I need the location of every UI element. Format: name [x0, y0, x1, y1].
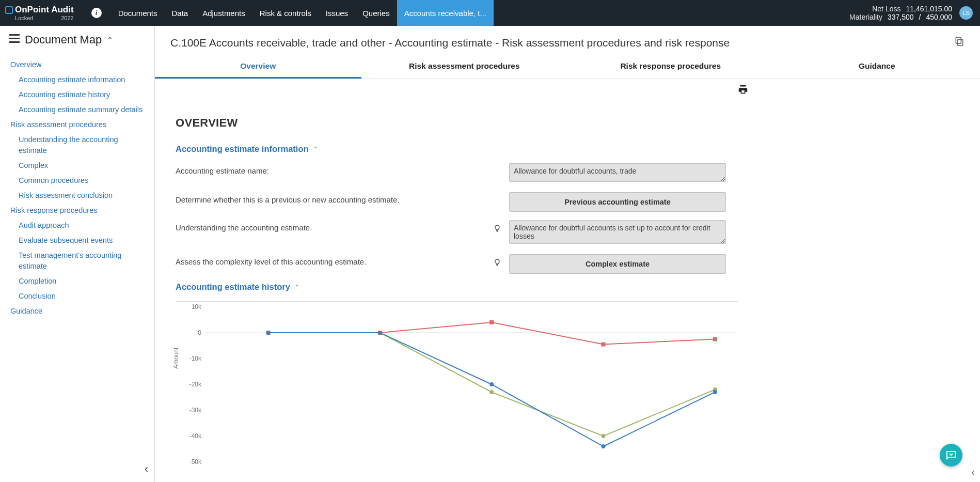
sidebar-item-accounting-estimate-history[interactable]: Accounting estimate history [0, 87, 154, 102]
tab-risk-response-procedures[interactable]: Risk response procedures [567, 55, 774, 79]
section-estimate-history[interactable]: Accounting estimate history ⌃ [176, 282, 909, 292]
sidebar-item-audit-approach[interactable]: Audit approach [0, 218, 154, 233]
nav-risk-controls[interactable]: Risk & controls [252, 0, 319, 26]
nav-issues[interactable]: Issues [319, 0, 355, 26]
section-title: Accounting estimate history [176, 282, 290, 292]
select-complexity[interactable]: Complex estimate [509, 254, 726, 274]
svg-rect-3 [9, 34, 11, 36]
collapse-sidebar-icon[interactable]: ‹ [145, 462, 148, 476]
document-map-title: Document Map [25, 33, 102, 46]
sidebar-item-accounting-estimate-information[interactable]: Accounting estimate information [0, 72, 154, 87]
nav-accounts-receivable-t-[interactable]: Accounts receivable, t... [397, 0, 494, 26]
tab-overview[interactable]: Overview [155, 55, 361, 79]
tab-risk-assessment-procedures[interactable]: Risk assessment procedures [361, 55, 568, 79]
metric-netloss-value: 11,461,015.00 [906, 5, 952, 13]
content-tabs: OverviewRisk assessment proceduresRisk r… [155, 55, 980, 79]
svg-rect-2 [9, 41, 20, 43]
y-tick: -40k [176, 432, 201, 440]
label-prev-or-new: Determine whether this is a previous or … [176, 192, 485, 204]
main-panel: C.100E Accounts receivable, trade and ot… [155, 26, 980, 482]
sidebar-item-guidance[interactable]: Guidance [0, 304, 154, 319]
svg-point-14 [489, 390, 494, 394]
copy-icon[interactable] [954, 36, 965, 49]
sidebar-item-understanding-the-accounting-estimate[interactable]: Understanding the accounting estimate [0, 132, 154, 158]
sidebar-item-risk-response-procedures[interactable]: Risk response procedures [0, 203, 154, 218]
nav-adjustments[interactable]: Adjustments [195, 0, 252, 26]
svg-rect-9 [489, 320, 494, 324]
y-tick: -50k [176, 458, 201, 465]
top-nav: DocumentsDataAdjustmentsRisk & controlsI… [111, 0, 494, 26]
sidebar-item-conclusion[interactable]: Conclusion [0, 289, 154, 304]
metric-materiality-label: Materiality [849, 13, 882, 21]
svg-rect-1 [9, 38, 20, 39]
label-understanding: Understanding the accounting estimate. [176, 220, 485, 232]
page-title: C.100E Accounts receivable, trade and ot… [170, 37, 730, 49]
section-estimate-info[interactable]: Accounting estimate information ⌃ [176, 144, 909, 154]
label-estimate-name: Accounting estimate name: [176, 163, 485, 175]
chevron-up-icon: ⌃ [294, 284, 299, 291]
svg-point-15 [602, 434, 606, 438]
sidebar-item-risk-assessment-conclusion[interactable]: Risk assessment conclusion [0, 188, 154, 203]
brand-logo-icon [5, 6, 13, 14]
y-tick: 0 [176, 329, 201, 336]
sidebar-item-risk-assessment-procedures[interactable]: Risk assessment procedures [0, 117, 154, 132]
sidebar: Document Map ⌃ OverviewAccounting estima… [0, 26, 155, 482]
y-tick: -30k [176, 407, 201, 414]
metric-materiality-sep: / [919, 13, 921, 21]
top-bar: OnPoint Audit Locked 2022 i DocumentsDat… [0, 0, 980, 26]
y-tick: 10k [176, 303, 201, 310]
document-map-tree: OverviewAccounting estimate informationA… [0, 54, 154, 482]
sidebar-item-overview[interactable]: Overview [0, 57, 154, 72]
sidebar-item-evaluate-subsequent-events[interactable]: Evaluate subsequent events [0, 233, 154, 248]
svg-rect-10 [602, 343, 606, 347]
brand-status: Locked [15, 15, 33, 21]
y-tick: -10k [176, 355, 201, 362]
sidebar-item-complex[interactable]: Complex [0, 158, 154, 173]
print-icon[interactable] [737, 84, 749, 98]
info-icon[interactable]: i [91, 8, 102, 18]
svg-rect-4 [958, 40, 963, 46]
chevron-up-icon: ⌃ [107, 36, 113, 44]
brand-year: 2022 [61, 15, 73, 21]
document-map-header[interactable]: Document Map ⌃ [0, 26, 154, 54]
nav-documents[interactable]: Documents [111, 0, 165, 26]
avatar[interactable]: LS [959, 6, 973, 20]
input-estimate-name[interactable] [509, 163, 726, 182]
nav-data[interactable]: Data [165, 0, 196, 26]
sidebar-item-accounting-estimate-summary-details[interactable]: Accounting estimate summary details [0, 102, 154, 117]
chevron-up-icon: ⌃ [313, 146, 318, 153]
brand-block[interactable]: OnPoint Audit Locked 2022 [0, 0, 82, 26]
metric-materiality-v1: 337,500 [888, 13, 914, 21]
y-tick: -20k [176, 381, 201, 388]
tab-guidance[interactable]: Guidance [774, 55, 981, 79]
bulb-icon[interactable] [493, 223, 501, 236]
svg-point-17 [266, 331, 271, 335]
svg-point-18 [378, 331, 382, 335]
sidebar-item-completion[interactable]: Completion [0, 274, 154, 289]
header-metrics: Net Loss 11,461,015.00 Materiality 337,5… [849, 5, 952, 21]
list-icon [9, 33, 20, 46]
sidebar-item-test-management-s-accounting-estimate[interactable]: Test management's accounting estimate [0, 248, 154, 274]
expand-right-icon[interactable]: ‹ [971, 466, 975, 478]
nav-queries[interactable]: Queries [355, 0, 397, 26]
bulb-icon[interactable] [493, 257, 501, 270]
history-chart: Amount 10k0-10k-20k-30k-40k-50k [176, 301, 909, 467]
svg-point-21 [713, 390, 717, 394]
svg-rect-5 [956, 38, 961, 44]
overview-heading: OVERVIEW [176, 116, 909, 130]
svg-point-20 [602, 444, 606, 448]
chart-svg [204, 302, 736, 467]
brand-name: OnPoint Audit [15, 5, 74, 15]
help-fab[interactable] [940, 444, 962, 467]
section-title: Accounting estimate information [176, 144, 309, 154]
label-complexity: Assess the complexity level of this acco… [176, 254, 485, 266]
sidebar-item-common-procedures[interactable]: Common procedures [0, 173, 154, 188]
metric-netloss-label: Net Loss [872, 5, 900, 13]
svg-point-19 [489, 382, 494, 386]
metric-materiality-v2: 450,000 [926, 13, 952, 21]
select-prev-or-new[interactable]: Previous accounting estimate [509, 192, 726, 212]
input-understanding[interactable] [509, 220, 726, 244]
svg-rect-11 [713, 337, 717, 341]
